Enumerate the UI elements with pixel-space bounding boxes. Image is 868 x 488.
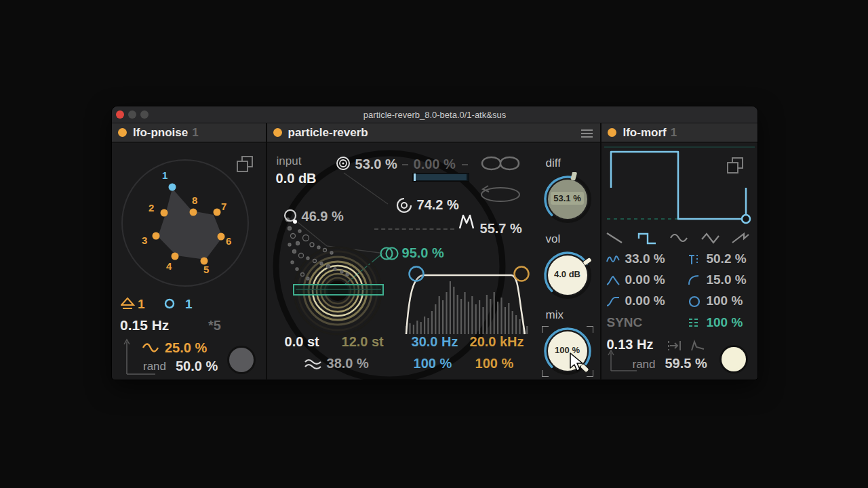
mouse-cursor: [568, 352, 586, 373]
panel-title: lfo-pnoise: [133, 126, 188, 140]
triangle-icon[interactable]: [701, 230, 721, 246]
detune-value[interactable]: 0.00 %: [414, 157, 456, 171]
spiral-icon: [396, 197, 412, 214]
input-label: input: [277, 155, 302, 167]
zoom-button[interactable]: [140, 110, 149, 119]
trigger-button[interactable]: [229, 348, 254, 372]
panel-instance: 1: [192, 126, 198, 140]
waveform-handle[interactable]: [742, 215, 750, 223]
target-icon: [336, 156, 351, 171]
dash: [402, 164, 408, 165]
selection-bracket: [542, 370, 549, 377]
minimize-button[interactable]: [128, 110, 136, 119]
duplicate-icon[interactable]: [236, 155, 254, 173]
filter-high-handle[interactable]: [514, 267, 528, 281]
vol-value[interactable]: 4.0 dB: [540, 270, 595, 279]
lfo-pnoise-header: lfo-pnoise 1: [112, 123, 266, 143]
saw-up-icon[interactable]: [730, 230, 751, 246]
rate-value[interactable]: 0.15 Hz: [120, 318, 169, 332]
selection-bracket: [587, 326, 593, 333]
filter-low-freq[interactable]: 30.0 Hz: [412, 335, 458, 348]
steps-value[interactable]: 50.2 %: [706, 252, 746, 265]
decay-icon[interactable]: [690, 338, 707, 353]
pnoise-point-7[interactable]: [214, 209, 221, 216]
pnoise-point-6[interactable]: [218, 233, 225, 241]
panel-lfo-morf: lfo-morf 1: [601, 123, 757, 380]
pnoise-point-3[interactable]: [153, 232, 160, 240]
curve-value[interactable]: 15.0 %: [706, 273, 746, 286]
lfo-morf-header: lfo-morf 1: [601, 123, 757, 143]
square-icon[interactable]: [637, 230, 657, 246]
sine-icon[interactable]: [669, 230, 690, 246]
skew-icon: [606, 274, 620, 287]
smooth-value[interactable]: 0.00 %: [625, 294, 665, 307]
point-label: 7: [221, 201, 226, 211]
dashed-line: [374, 228, 454, 230]
window-amount-value[interactable]: 95.0 %: [402, 246, 444, 260]
lfo-pnoise-body: 1 2 3 4 5 6 7 8 1: [112, 143, 266, 380]
diff-value[interactable]: 53.1 %: [540, 194, 595, 203]
skew-value[interactable]: 0.00 %: [625, 273, 665, 286]
wave-amount-value[interactable]: 25.0 %: [165, 341, 207, 354]
jitter-value[interactable]: 33.0 %: [625, 252, 665, 265]
filter-low-handle[interactable]: [409, 267, 423, 281]
quantize-icon: [687, 317, 702, 329]
rand-amount-value[interactable]: 59.5 %: [665, 357, 707, 370]
duplicate-icon[interactable]: [726, 157, 744, 174]
power-led[interactable]: [273, 128, 282, 137]
density-value[interactable]: 53.0 %: [355, 157, 397, 171]
plugin-window: particle-reverb_8.0-beta.0/1-atk&sus lfo…: [111, 106, 758, 380]
quantize-value[interactable]: 100 %: [706, 316, 743, 329]
scatter-icon: [283, 209, 299, 226]
point-label: 3: [142, 235, 147, 245]
particle-reverb-header: particle-reverb: [267, 123, 601, 143]
menu-icon[interactable]: [580, 129, 593, 138]
vol-label: vol: [546, 233, 561, 245]
rand-amount-value[interactable]: 50.0 %: [176, 359, 218, 373]
triangle-shape-icon[interactable]: [121, 297, 136, 310]
mix-value[interactable]: 100 %: [540, 346, 595, 354]
lens-icon: [380, 246, 399, 261]
filter-low-amount[interactable]: 100 %: [414, 357, 452, 370]
rand-label: rand: [143, 361, 166, 372]
loop-icon[interactable]: [479, 185, 522, 204]
sine-icon: [142, 342, 159, 354]
trigger-button[interactable]: [722, 347, 746, 371]
pitch-min-value[interactable]: 0.0 st: [285, 335, 319, 348]
close-button[interactable]: [116, 110, 124, 119]
pnoise-point-8[interactable]: [190, 209, 197, 216]
particle-reverb-body: input 0.0 dB 53.0 % 0.00 %: [267, 143, 601, 380]
input-gain-value[interactable]: 0.0 dB: [276, 171, 317, 185]
mod-depth-value[interactable]: 55.7 %: [480, 222, 522, 235]
pnoise-point-4[interactable]: [172, 253, 179, 260]
rate-multiplier[interactable]: *5: [208, 319, 221, 332]
infinity-icon[interactable]: [479, 151, 522, 176]
filter-envelope-display[interactable]: [403, 262, 538, 337]
mini-slider[interactable]: [412, 173, 469, 182]
pnoise-point-1[interactable]: [169, 184, 176, 191]
filter-high-amount[interactable]: 100 %: [475, 357, 514, 370]
selection-bracket: [587, 370, 593, 377]
pnoise-point-2[interactable]: [161, 209, 168, 217]
power-led[interactable]: [608, 128, 616, 137]
shape-count[interactable]: 1: [138, 298, 145, 310]
filter-high-freq[interactable]: 20.0 kHz: [470, 335, 524, 348]
feedback-value[interactable]: 74.2 %: [417, 198, 459, 211]
circle-shape-icon[interactable]: [164, 298, 176, 310]
retrigger-icon[interactable]: [667, 338, 684, 353]
spectrum-bars: [406, 281, 528, 334]
grain-window-bar[interactable]: [294, 285, 383, 295]
curve-icon: [687, 274, 702, 287]
saw-down-icon[interactable]: [604, 230, 625, 246]
width-value[interactable]: 100 %: [706, 294, 743, 307]
pitch-max-value[interactable]: 12.0 st: [342, 335, 384, 348]
title-bar[interactable]: particle-reverb_8.0-beta.0/1-atk&sus: [112, 106, 757, 123]
power-led[interactable]: [118, 128, 127, 137]
phase-count[interactable]: 1: [185, 298, 193, 310]
scatter-value[interactable]: 46.9 %: [302, 209, 344, 223]
wave-amount-value[interactable]: 38.0 %: [327, 357, 369, 370]
sync-label[interactable]: SYNC: [606, 316, 642, 329]
point-label: 4: [166, 261, 172, 271]
waves-icon: [304, 358, 323, 370]
jitter-icon: [606, 253, 620, 266]
